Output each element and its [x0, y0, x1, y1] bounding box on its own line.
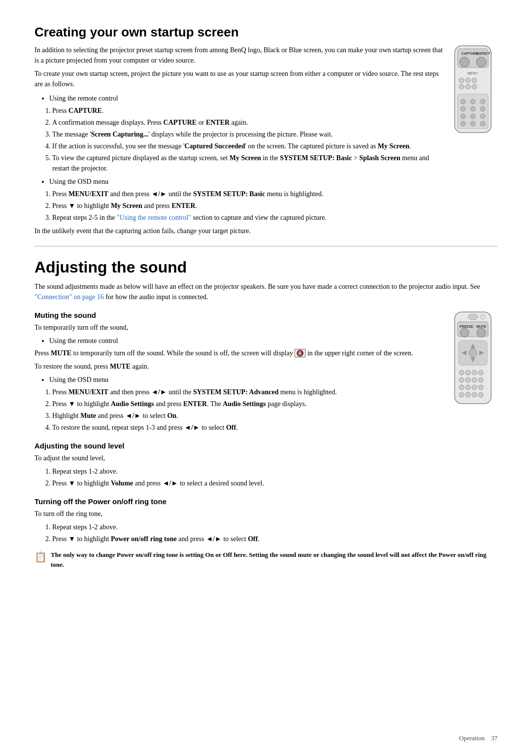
- svg-point-17: [461, 106, 466, 111]
- section1-step1: Press CAPTURE.: [52, 105, 446, 116]
- muting-step3: Highlight Mute and press ◄/► to select O…: [52, 411, 446, 421]
- svg-point-46: [472, 378, 477, 382]
- svg-point-51: [478, 385, 483, 390]
- svg-point-44: [459, 378, 464, 382]
- svg-point-11: [466, 84, 470, 89]
- svg-point-39: [469, 349, 477, 357]
- section2: Adjusting the sound The sound adjustment…: [34, 258, 498, 572]
- section1-osd-step2: Press ▼ to highlight My Screen and press…: [52, 201, 446, 211]
- section1-step2: A confirmation message displays. Press C…: [52, 117, 446, 128]
- svg-point-4: [460, 57, 469, 67]
- muting-intro: To temporarily turn off the sound,: [34, 322, 446, 333]
- using-remote-link[interactable]: "Using the remote control": [117, 214, 191, 221]
- section1-step3: The message 'Screen Capturing...' displa…: [52, 129, 446, 139]
- svg-text:MUTE: MUTE: [476, 325, 486, 328]
- section1-osd-step1: Press MENU/EXIT and then press ◄/► until…: [52, 189, 446, 199]
- footer-label: Operation: [459, 734, 485, 742]
- svg-point-25: [480, 121, 485, 126]
- svg-text:MENU: MENU: [467, 71, 478, 75]
- svg-point-53: [466, 392, 470, 397]
- muting-bullet2: Using the OSD menu: [49, 375, 446, 385]
- note-icon: 📋: [34, 551, 47, 563]
- section1-title: Creating your own startup screen: [34, 25, 498, 40]
- remote-control-image-top: CAPTURE ASPECT MENU: [451, 45, 498, 136]
- remote-control-image-bottom: FREEZE MUTE: [451, 311, 498, 407]
- svg-point-28: [480, 314, 485, 319]
- svg-point-8: [466, 78, 470, 83]
- svg-point-48: [459, 385, 464, 390]
- svg-point-49: [466, 385, 470, 390]
- note-box: 📋 The only way to change Power on/off ri…: [34, 550, 498, 572]
- section1-step4: If the action is successful, you see the…: [52, 141, 446, 151]
- svg-text:ASPECT: ASPECT: [476, 52, 491, 55]
- svg-point-23: [461, 121, 466, 126]
- section2-title: Adjusting the sound: [34, 258, 498, 276]
- section1-bullet1: Using the remote control: [49, 93, 446, 103]
- muting-title: Muting the sound: [34, 311, 446, 319]
- section1-content: CAPTURE ASPECT MENU: [34, 45, 498, 236]
- svg-point-7: [459, 78, 464, 83]
- level-step2: Press ▼ to highlight Volume and press ◄/…: [52, 478, 498, 488]
- muting-para1: Press MUTE to temporarily turn off the s…: [34, 348, 446, 358]
- svg-point-27: [468, 314, 478, 320]
- muting-text-content: Muting the sound To temporarily turn off…: [34, 311, 446, 433]
- ringtone-step1: Repeat steps 1-2 above.: [52, 522, 498, 532]
- svg-point-20: [461, 114, 466, 119]
- section1-bullet2: Using the OSD menu: [49, 176, 446, 187]
- svg-point-18: [470, 106, 475, 111]
- svg-point-32: [460, 328, 469, 337]
- svg-point-14: [461, 99, 466, 104]
- connection-link[interactable]: "Connection" on page 16: [34, 293, 104, 301]
- section1-osd-step3: Repeat steps 2-5 in the "Using the remot…: [52, 212, 446, 223]
- muting-para2: To restore the sound, press MUTE again.: [34, 361, 446, 372]
- section1-intro1: In addition to selecting the projector p…: [34, 45, 446, 66]
- svg-point-54: [472, 392, 477, 397]
- section1-step5: To view the captured picture displayed a…: [52, 153, 446, 173]
- section2-intro: The sound adjustments made as below will…: [34, 281, 498, 302]
- svg-point-33: [477, 328, 486, 337]
- section1: Creating your own startup screen CAPTURE…: [34, 25, 498, 236]
- note-text: The only way to change Power on/off ring…: [51, 550, 498, 569]
- svg-point-47: [478, 378, 483, 382]
- svg-point-22: [480, 114, 485, 119]
- svg-point-10: [459, 84, 464, 89]
- svg-point-5: [476, 57, 486, 67]
- svg-point-12: [472, 84, 477, 89]
- footer: Operation 37: [459, 734, 498, 742]
- muting-step2: Press ▼ to highlight Audio Settings and …: [52, 399, 446, 409]
- footer-page-num: 37: [491, 734, 498, 742]
- level-step1: Repeat steps 1-2 above.: [52, 466, 498, 477]
- section1-text-content: In addition to selecting the projector p…: [34, 45, 446, 236]
- svg-point-45: [466, 378, 470, 382]
- section1-intro2: To create your own startup screen, proje…: [34, 69, 446, 89]
- ringtone-intro: To turn off the ring tone,: [34, 509, 498, 519]
- section-divider: [34, 246, 498, 246]
- svg-point-24: [470, 121, 475, 126]
- svg-point-15: [470, 99, 475, 104]
- svg-point-9: [472, 78, 477, 83]
- svg-point-50: [472, 385, 477, 390]
- svg-point-41: [466, 370, 470, 375]
- muting-step1: Press MENU/EXIT and then press ◄/► until…: [52, 387, 446, 397]
- ringtone-step2: Press ▼ to highlight Power on/off ring t…: [52, 534, 498, 544]
- svg-point-55: [478, 392, 483, 397]
- ringtone-title: Turning off the Power on/off ring tone: [34, 497, 498, 506]
- svg-point-19: [480, 106, 485, 111]
- section1-closing: In the unlikely event that the capturing…: [34, 226, 446, 236]
- svg-point-43: [478, 370, 483, 375]
- svg-point-42: [472, 370, 477, 375]
- svg-point-21: [470, 114, 475, 119]
- level-intro: To adjust the sound level,: [34, 453, 498, 463]
- muting-bullet1: Using the remote control: [49, 336, 446, 346]
- muting-section: FREEZE MUTE: [34, 311, 498, 433]
- svg-text:FREEZE: FREEZE: [460, 325, 473, 328]
- svg-point-52: [459, 392, 464, 397]
- svg-point-16: [480, 99, 485, 104]
- level-title: Adjusting the sound level: [34, 442, 498, 450]
- svg-point-40: [459, 370, 464, 375]
- muting-step4: To restore the sound, repeat steps 1-3 a…: [52, 422, 446, 433]
